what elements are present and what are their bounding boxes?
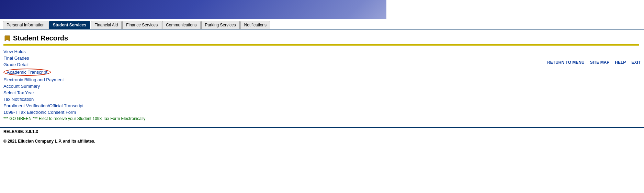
tab-parking-services[interactable]: Parking Services xyxy=(201,21,240,29)
bottom-bar: RELEASE: 8.9.1.3 xyxy=(0,127,644,135)
tax-notification-link[interactable]: Tax Notification xyxy=(3,97,34,102)
header-banner xyxy=(0,0,644,19)
select-tax-year-link[interactable]: Select Tax Year xyxy=(3,90,34,95)
list-item: Select Tax Year xyxy=(3,90,639,95)
list-item: Academic Transcript xyxy=(3,69,639,76)
svg-marker-0 xyxy=(5,36,10,41)
bookmark-icon xyxy=(3,35,11,42)
list-item: Electronic Billing and Payment xyxy=(3,77,639,82)
tab-personal-information[interactable]: Personal Information xyxy=(3,21,48,29)
tab-notifications[interactable]: Notifications xyxy=(240,21,270,29)
list-item: View Holds xyxy=(3,49,639,54)
release-label: RELEASE: 8.9.1.3 xyxy=(3,129,38,134)
page-title: Student Records xyxy=(13,34,68,42)
gold-separator xyxy=(3,44,639,46)
account-summary-link[interactable]: Account Summary xyxy=(3,84,40,89)
list-item: Final Grades xyxy=(3,56,639,61)
tab-student-services[interactable]: Student Services xyxy=(49,21,90,29)
green-promo: *** GO GREEN *** Elect to receive your S… xyxy=(3,116,639,121)
tab-financial-aid[interactable]: Financial Aid xyxy=(91,21,122,29)
electronic-billing-link[interactable]: Electronic Billing and Payment xyxy=(3,77,64,82)
nav-bar: Personal Information Student Services Fi… xyxy=(0,19,644,29)
list-item: Tax Notification xyxy=(3,97,639,102)
list-item: Enrollment Verification/Official Transcr… xyxy=(3,103,639,108)
enrollment-verification-link[interactable]: Enrollment Verification/Official Transcr… xyxy=(3,103,83,108)
page-wrapper: Personal Information Student Services Fi… xyxy=(0,0,644,193)
tab-finance-services[interactable]: Finance Services xyxy=(122,21,161,29)
links-list: View Holds Final Grades Grade Detail Aca… xyxy=(3,49,639,115)
list-item: Grade Detail xyxy=(3,62,639,67)
footer: © 2021 Ellucian Company L.P. and its aff… xyxy=(0,135,644,147)
list-item: 1098-T Tax Electronic Consent Form xyxy=(3,110,639,115)
view-holds-link[interactable]: View Holds xyxy=(3,49,26,54)
academic-transcript-link[interactable]: Academic Transcript xyxy=(3,70,51,75)
final-grades-link[interactable]: Final Grades xyxy=(3,56,29,61)
page-title-row: Student Records xyxy=(3,34,639,42)
main-content: Student Records View Holds Final Grades … xyxy=(0,29,644,124)
grade-detail-link[interactable]: Grade Detail xyxy=(3,62,29,67)
copyright-text: © 2021 Ellucian Company L.P. and its aff… xyxy=(3,139,95,144)
list-item: Account Summary xyxy=(3,84,639,89)
academic-transcript-circled: Academic Transcript xyxy=(3,69,51,76)
1098t-consent-link[interactable]: 1098-T Tax Electronic Consent Form xyxy=(3,110,76,115)
tab-communications[interactable]: Communications xyxy=(162,21,200,29)
